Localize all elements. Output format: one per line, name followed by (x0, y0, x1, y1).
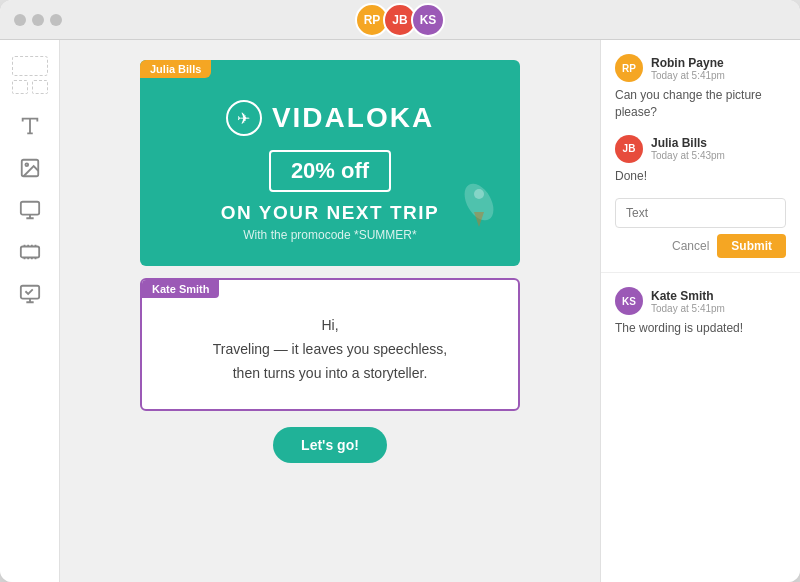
sidebar-placeholder-1[interactable] (12, 56, 48, 76)
svg-point-1 (25, 163, 28, 166)
chat-avatar-ks: KS (615, 287, 643, 315)
chat-name-1: Robin Payne (651, 56, 725, 70)
title-bar: RP JB KS (0, 0, 800, 40)
banner-promo: With the promocode *SUMMER* (243, 228, 416, 242)
chat-panel: RP Robin Payne Today at 5:41pm Can you c… (600, 40, 800, 582)
chat-avatar-row-1: RP Robin Payne Today at 5:41pm (615, 54, 786, 82)
traffic-light-close[interactable] (14, 14, 26, 26)
app-window: RP JB KS (0, 0, 800, 582)
rocket-illustration (454, 172, 504, 236)
sidebar-text-icon[interactable] (12, 108, 48, 144)
chat-avatar-row-ks: KS Kate Smith Today at 5:41pm (615, 287, 786, 315)
traffic-lights (14, 14, 62, 26)
plane-icon: ✈ (226, 100, 262, 136)
canvas-area: Julia Bills ✈ VIDALOKA 20% off ON YOUR N… (60, 40, 600, 582)
text-line-3: then turns you into a storyteller. (166, 362, 494, 386)
svg-rect-2 (20, 202, 38, 215)
banner-tag: Julia Bills (140, 60, 211, 78)
cancel-button[interactable]: Cancel (672, 239, 709, 253)
chat-time-ks: Today at 5:41pm (651, 303, 725, 314)
sidebar-placeholder-section (12, 56, 48, 94)
banner-headline: ON YOUR NEXT TRIP (221, 202, 439, 224)
chat-time-2: Today at 5:43pm (651, 150, 725, 161)
chat-avatar-rp: RP (615, 54, 643, 82)
chat-name-2: Julia Bills (651, 136, 725, 150)
text-line-1: Hi, (166, 314, 494, 338)
svg-rect-3 (20, 247, 38, 258)
sidebar-monitor-icon[interactable] (12, 276, 48, 312)
chat-name-ks: Kate Smith (651, 289, 725, 303)
sidebar-placeholder-2[interactable] (12, 80, 28, 94)
text-card-body: Hi, Traveling — it leaves you speechless… (166, 314, 494, 385)
chat-buttons: Cancel Submit (615, 234, 786, 258)
chat-time-1: Today at 5:41pm (651, 70, 725, 81)
banner-brand: VIDALOKA (272, 102, 434, 134)
chat-input-area: Cancel Submit (615, 198, 786, 258)
chat-avatar-jb: JB (615, 135, 643, 163)
traffic-light-maximize[interactable] (50, 14, 62, 26)
text-card: Kate Smith Hi, Traveling — it leaves you… (140, 278, 520, 411)
banner-card: Julia Bills ✈ VIDALOKA 20% off ON YOUR N… (140, 60, 520, 266)
chat-input[interactable] (615, 198, 786, 228)
discount-box: 20% off (269, 150, 391, 192)
chat-text-1: Can you change the picture please? (615, 87, 786, 121)
text-card-tag: Kate Smith (142, 280, 219, 298)
banner-logo-row: ✈ VIDALOKA (226, 100, 434, 136)
main-content: Julia Bills ✈ VIDALOKA 20% off ON YOUR N… (0, 40, 800, 582)
sidebar-placeholder-row (12, 80, 48, 94)
sidebar-placeholder-3[interactable] (32, 80, 48, 94)
cta-button[interactable]: Let's go! (273, 427, 387, 463)
avatar-ks[interactable]: KS (411, 3, 445, 37)
traffic-light-minimize[interactable] (32, 14, 44, 26)
sidebar-screen-icon[interactable] (12, 192, 48, 228)
submit-button[interactable]: Submit (717, 234, 786, 258)
chat-avatar-row-2: JB Julia Bills Today at 5:43pm (615, 135, 786, 163)
avatars-bar: RP JB KS (355, 3, 445, 37)
sidebar-film-icon[interactable] (12, 234, 48, 270)
chat-text-2: Done! (615, 168, 786, 185)
chat-divider (601, 272, 800, 273)
chat-message-2: JB Julia Bills Today at 5:43pm Done! (615, 135, 786, 185)
sidebar-image-icon[interactable] (12, 150, 48, 186)
svg-point-6 (474, 189, 484, 199)
text-line-2: Traveling — it leaves you speechless, (166, 338, 494, 362)
sidebar (0, 40, 60, 582)
chat-message-ks: KS Kate Smith Today at 5:41pm The wordin… (615, 287, 786, 337)
chat-text-ks: The wording is updated! (615, 320, 786, 337)
chat-message-1: RP Robin Payne Today at 5:41pm Can you c… (615, 54, 786, 121)
